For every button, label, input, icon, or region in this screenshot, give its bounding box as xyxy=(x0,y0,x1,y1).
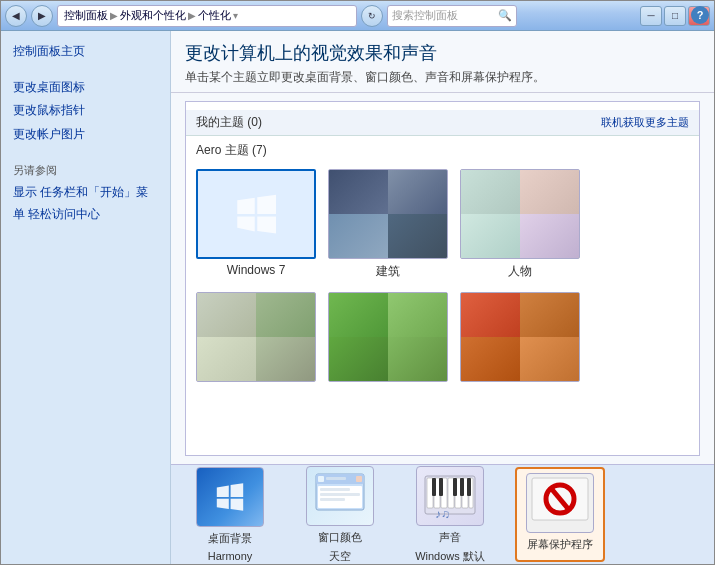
theme-item-nature[interactable] xyxy=(196,292,316,386)
windows7-logo-icon xyxy=(231,189,281,239)
theme-preview-colorful xyxy=(460,292,580,382)
toolbar-item-screensaver[interactable]: 屏幕保护程序 xyxy=(515,467,605,562)
green-sub-1 xyxy=(329,293,388,337)
search-icon[interactable]: 🔍 xyxy=(498,9,512,22)
bottom-toolbar: 桌面背景 Harmony xyxy=(171,464,714,564)
sidebar-link-home[interactable]: 控制面板主页 xyxy=(13,41,158,63)
toolbar-sublabel-desktop-bg: Harmony xyxy=(208,550,253,562)
refresh-button[interactable]: ↻ xyxy=(361,5,383,27)
breadcrumb-item-1[interactable]: 控制面板 xyxy=(64,8,108,23)
window-color-preview-icon xyxy=(310,470,370,522)
aero-themes-label: Aero 主题 (7) xyxy=(196,143,267,157)
ppl-sub-4 xyxy=(520,214,579,258)
minimize-button[interactable]: ─ xyxy=(640,6,662,26)
toolbar-item-desktop-bg[interactable]: 桌面背景 Harmony xyxy=(185,467,275,562)
search-placeholder-text: 搜索控制面板 xyxy=(392,8,496,23)
see-also-title: 另请参阅 xyxy=(13,163,158,178)
sidebar-link-display[interactable]: 显示 xyxy=(13,185,37,199)
main-area: 控制面板主页 更改桌面图标 更改鼠标指针 更改帐户图片 另请参阅 显示 任务栏和… xyxy=(1,31,714,564)
toolbar-label-screensaver: 屏幕保护程序 xyxy=(527,537,593,552)
themes-scroll-area[interactable]: 我的主题 (0) 联机获取更多主题 Aero 主题 (7) xyxy=(185,101,700,456)
forward-button[interactable]: ▶ xyxy=(31,5,53,27)
toolbar-label-desktop-bg: 桌面背景 xyxy=(208,531,252,546)
desktop-bg-icon xyxy=(196,467,264,527)
svg-rect-6 xyxy=(320,488,350,491)
themes-grid: Windows 7 建筑 xyxy=(186,163,699,396)
svg-rect-17 xyxy=(432,478,436,496)
svg-rect-7 xyxy=(320,493,360,496)
colorful-sub-2 xyxy=(520,293,579,337)
content-panel: 更改计算机上的视觉效果和声音 单击某个主题立即更改桌面背景、窗口颜色、声音和屏幕… xyxy=(171,31,714,564)
toolbar-sublabel-window-color: 天空 xyxy=(329,549,351,564)
green-sub-4 xyxy=(388,337,447,381)
back-button[interactable]: ◀ xyxy=(5,5,27,27)
sound-preview-icon: ♪♫ xyxy=(420,470,480,522)
svg-rect-21 xyxy=(467,478,471,496)
ppl-sub-1 xyxy=(461,170,520,214)
svg-rect-3 xyxy=(326,477,346,480)
green-sub-3 xyxy=(329,337,388,381)
theme-preview-architecture xyxy=(328,169,448,259)
maximize-button[interactable]: □ xyxy=(664,6,686,26)
theme-preview-windows7 xyxy=(196,169,316,259)
online-themes-link[interactable]: 联机获取更多主题 xyxy=(601,115,689,130)
sidebar-link-mouse-pointer[interactable]: 更改鼠标指针 xyxy=(13,100,158,122)
arch-sub-1 xyxy=(329,170,388,214)
svg-rect-19 xyxy=(453,478,457,496)
toolbar-item-window-color[interactable]: 窗口颜色 天空 xyxy=(295,466,385,564)
theme-label-people: 人物 xyxy=(508,263,532,280)
main-window: ◀ ▶ 控制面板 ▶ 外观和个性化 ▶ 个性化 ▾ ↻ 搜索控制面板 🔍 ─ □… xyxy=(0,0,715,565)
title-bar-left: ◀ ▶ 控制面板 ▶ 外观和个性化 ▶ 个性化 ▾ ↻ 搜索控制面板 🔍 xyxy=(5,5,517,27)
my-themes-header: 我的主题 (0) 联机获取更多主题 xyxy=(186,110,699,136)
sound-icon: ♪♫ xyxy=(416,466,484,526)
breadcrumb-sep-1: ▶ xyxy=(110,10,118,21)
breadcrumb: 控制面板 ▶ 外观和个性化 ▶ 个性化 ▾ xyxy=(57,5,357,27)
svg-text:♪♫: ♪♫ xyxy=(435,507,450,521)
sidebar-link-account-picture[interactable]: 更改帐户图片 xyxy=(13,124,158,146)
toolbar-label-sound: 声音 xyxy=(439,530,461,545)
ppl-sub-2 xyxy=(520,170,579,214)
screensaver-no-symbol-icon xyxy=(530,477,590,529)
aero-themes-header: Aero 主题 (7) xyxy=(186,136,699,163)
breadcrumb-dropdown-icon[interactable]: ▾ xyxy=(233,10,238,21)
desktop-bg-logo-icon xyxy=(212,479,248,515)
svg-rect-8 xyxy=(320,498,345,501)
theme-label-architecture: 建筑 xyxy=(376,263,400,280)
title-bar: ◀ ▶ 控制面板 ▶ 外观和个性化 ▶ 个性化 ▾ ↻ 搜索控制面板 🔍 ─ □… xyxy=(1,1,714,31)
theme-label-windows7: Windows 7 xyxy=(227,263,286,277)
svg-rect-4 xyxy=(356,476,362,482)
see-also-section: 另请参阅 显示 任务栏和「开始」菜单 轻松访问中心 xyxy=(13,163,158,225)
my-themes-label: 我的主题 (0) xyxy=(196,114,262,131)
sidebar-link-desktop-icons[interactable]: 更改桌面图标 xyxy=(13,77,158,99)
theme-item-people[interactable]: 人物 xyxy=(460,169,580,280)
toolbar-item-sound[interactable]: ♪♫ 声音 Windows 默认 xyxy=(405,466,495,564)
theme-item-green[interactable] xyxy=(328,292,448,386)
toolbar-label-window-color: 窗口颜色 xyxy=(318,530,362,545)
breadcrumb-sep-2: ▶ xyxy=(188,10,196,21)
toolbar-sublabel-sound: Windows 默认 xyxy=(415,549,485,564)
page-subtitle: 单击某个主题立即更改桌面背景、窗口颜色、声音和屏幕保护程序。 xyxy=(185,69,700,86)
page-title: 更改计算机上的视觉效果和声音 xyxy=(185,41,700,65)
colorful-sub-4 xyxy=(520,337,579,381)
screensaver-icon xyxy=(526,473,594,533)
window-color-icon xyxy=(306,466,374,526)
search-bar: 搜索控制面板 🔍 xyxy=(387,5,517,27)
theme-item-architecture[interactable]: 建筑 xyxy=(328,169,448,280)
colorful-sub-1 xyxy=(461,293,520,337)
theme-preview-green xyxy=(328,292,448,382)
svg-rect-2 xyxy=(318,476,324,482)
sidebar-link-accessibility[interactable]: 轻松访问中心 xyxy=(28,207,100,221)
breadcrumb-item-2[interactable]: 外观和个性化 xyxy=(120,8,186,23)
svg-rect-18 xyxy=(439,478,443,496)
breadcrumb-item-3[interactable]: 个性化 xyxy=(198,8,231,23)
theme-item-colorful[interactable] xyxy=(460,292,580,386)
theme-item-windows7[interactable]: Windows 7 xyxy=(196,169,316,280)
arch-sub-4 xyxy=(388,214,447,258)
sidebar: 控制面板主页 更改桌面图标 更改鼠标指针 更改帐户图片 另请参阅 显示 任务栏和… xyxy=(1,31,171,564)
ppl-sub-3 xyxy=(461,214,520,258)
theme-preview-people xyxy=(460,169,580,259)
green-sub-2 xyxy=(388,293,447,337)
nature-sub-4 xyxy=(256,337,315,381)
arch-sub-3 xyxy=(329,214,388,258)
colorful-sub-3 xyxy=(461,337,520,381)
